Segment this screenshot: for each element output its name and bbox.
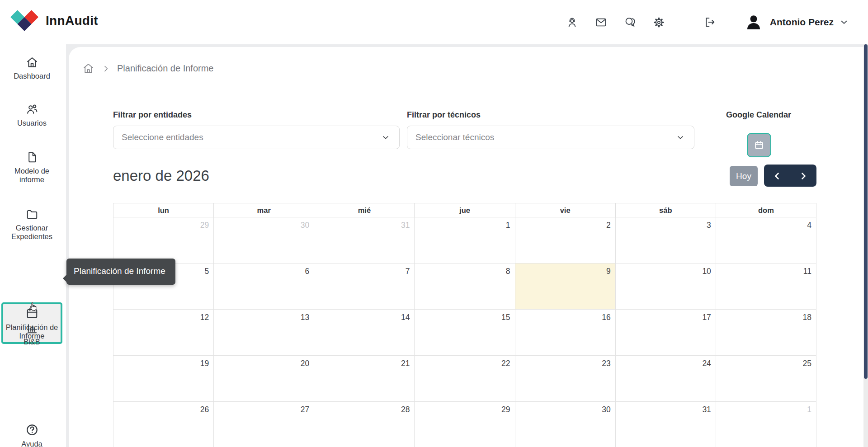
calendar-day-cell[interactable]: 30 <box>214 217 314 263</box>
calendar-weekday: mar <box>214 203 314 217</box>
day-number: 1 <box>716 402 816 414</box>
calendar-nav-buttons <box>764 165 816 187</box>
day-number: 4 <box>716 217 816 230</box>
calendar-day-cell[interactable]: 22 <box>415 356 515 402</box>
day-number: 27 <box>214 402 314 414</box>
calendar-day-cell[interactable]: 9 <box>515 263 615 310</box>
day-number: 8 <box>415 263 514 276</box>
calendar-day-cell[interactable]: 17 <box>615 310 716 356</box>
calendar-day-cell[interactable]: 15 <box>415 310 515 356</box>
calendar-day-cell[interactable]: 4 <box>716 217 816 263</box>
calendar-day-cell[interactable]: 31 <box>314 217 415 263</box>
entities-select[interactable]: Seleccione entidades <box>113 126 400 149</box>
calendar-day-cell[interactable]: 16 <box>515 310 615 356</box>
calendar-day-cell[interactable]: 21 <box>314 356 415 402</box>
calendar-day-cell[interactable]: 29 <box>113 217 214 263</box>
technicians-select[interactable]: Seleccionar técnicos <box>407 126 694 149</box>
chat-icon[interactable] <box>620 12 641 33</box>
next-month-button[interactable] <box>790 165 816 187</box>
calendar-day-cell[interactable]: 25 <box>716 356 816 402</box>
calendar-day-cell[interactable]: 11 <box>716 263 816 310</box>
day-number: 1 <box>415 217 514 230</box>
tooltip-text: Planificación de Informe <box>74 266 165 276</box>
calendar-day-cell[interactable]: 26 <box>113 402 214 447</box>
day-number: 9 <box>515 263 615 276</box>
day-number: 17 <box>616 310 716 322</box>
day-number: 7 <box>314 263 414 276</box>
day-number: 12 <box>113 310 213 322</box>
calendar-day-cell[interactable]: 3 <box>615 217 716 263</box>
day-number: 14 <box>314 310 414 322</box>
calendar-day-cell[interactable]: 1 <box>415 217 515 263</box>
scrollbar <box>863 44 868 447</box>
calendar-day-cell[interactable]: 14 <box>314 310 415 356</box>
day-number: 3 <box>616 217 716 230</box>
calendar-day-cell[interactable]: 30 <box>515 402 615 447</box>
day-number: 31 <box>616 402 716 414</box>
calendar-day-cell[interactable]: 29 <box>415 402 515 447</box>
breadcrumb-home-icon[interactable] <box>82 62 94 75</box>
sidebar-item-dashboard[interactable]: Dashboard <box>0 56 64 80</box>
calendar-day-cell[interactable]: 13 <box>214 310 314 356</box>
calendar-weekday: dom <box>716 203 816 217</box>
calendar-day-cell[interactable]: 12 <box>113 310 214 356</box>
calendar-day-cell[interactable]: 6 <box>214 263 314 310</box>
day-number: 22 <box>415 356 514 368</box>
calendar-day-cell[interactable]: 1 <box>716 402 816 447</box>
logo-mark-icon <box>10 10 38 31</box>
calendar-day-cell[interactable]: 24 <box>615 356 716 402</box>
tooltip-arrow <box>63 275 66 282</box>
prev-month-button[interactable] <box>764 165 790 187</box>
sidebar-item-label: Usuarios <box>17 119 47 127</box>
google-calendar-label: Google Calendar <box>713 110 804 120</box>
content-background: Planificación de Informe Filtrar por ent… <box>66 44 863 447</box>
sidebar-item-usuarios[interactable]: Usuarios <box>0 103 64 127</box>
calendar-week-row: 2627282930311 <box>113 402 816 447</box>
calendar-day-cell[interactable]: 10 <box>615 263 716 310</box>
sidebar-item-ayuda[interactable]: Ayuda <box>0 423 64 447</box>
sidebar-item-modelo-de-informe[interactable]: Modelo de informe <box>0 151 64 184</box>
sidebar-item-gestionar-expedientes[interactable]: Gestionar Expedientes <box>0 208 64 241</box>
calendar-day-cell[interactable]: 23 <box>515 356 615 402</box>
breadcrumb-separator-icon <box>101 64 110 73</box>
day-number: 28 <box>314 402 414 414</box>
calendar-day-cell[interactable]: 7 <box>314 263 415 310</box>
day-number: 2 <box>515 217 615 230</box>
entities-select-placeholder: Seleccione entidades <box>122 132 203 142</box>
day-number: 21 <box>314 356 414 368</box>
sidebar-item-label: Gestionar Expedientes <box>4 224 61 241</box>
day-number: 24 <box>616 356 716 368</box>
mouse-cursor-icon <box>27 301 39 314</box>
calendar-day-cell[interactable]: 2 <box>515 217 615 263</box>
calendar-day-cell[interactable]: 27 <box>214 402 314 447</box>
mail-icon[interactable] <box>591 12 612 33</box>
day-number: 23 <box>515 356 615 368</box>
calendar-week-row: 12131415161718 <box>113 310 816 356</box>
settings-icon[interactable] <box>649 12 670 33</box>
calendar-week-row: 2930311234 <box>113 217 816 263</box>
calendar-weekday: vie <box>515 203 615 217</box>
calendar-weekday: lun <box>113 203 214 217</box>
google-calendar-button[interactable] <box>747 133 771 157</box>
sidebar-item-bib[interactable]: Bi&B <box>0 322 64 346</box>
calendar-day-cell[interactable]: 18 <box>716 310 816 356</box>
sidebar-item-label: Bi&B <box>24 338 40 346</box>
support-icon[interactable] <box>562 12 583 33</box>
calendar-day-cell[interactable]: 20 <box>214 356 314 402</box>
calendar-weekday-row: lunmarmiéjueviesábdom <box>113 203 816 217</box>
user-menu[interactable]: Antonio Perez <box>745 13 849 31</box>
chevron-down-icon <box>839 17 849 27</box>
calendar-grid: lunmarmiéjueviesábdom 293031123456789101… <box>113 203 816 447</box>
day-number: 13 <box>214 310 314 322</box>
scrollbar-thumb[interactable] <box>864 44 868 379</box>
calendar-day-cell[interactable]: 31 <box>615 402 716 447</box>
logout-icon[interactable] <box>699 12 720 33</box>
calendar-day-cell[interactable]: 8 <box>415 263 515 310</box>
calendar-day-cell[interactable]: 28 <box>314 402 415 447</box>
report-file-icon <box>26 151 38 164</box>
calendar-day-cell[interactable]: 19 <box>113 356 214 402</box>
today-button[interactable]: Hoy <box>730 166 758 186</box>
day-number: 20 <box>214 356 314 368</box>
calendar-weekday: jue <box>415 203 515 217</box>
chevron-down-icon <box>676 133 685 142</box>
